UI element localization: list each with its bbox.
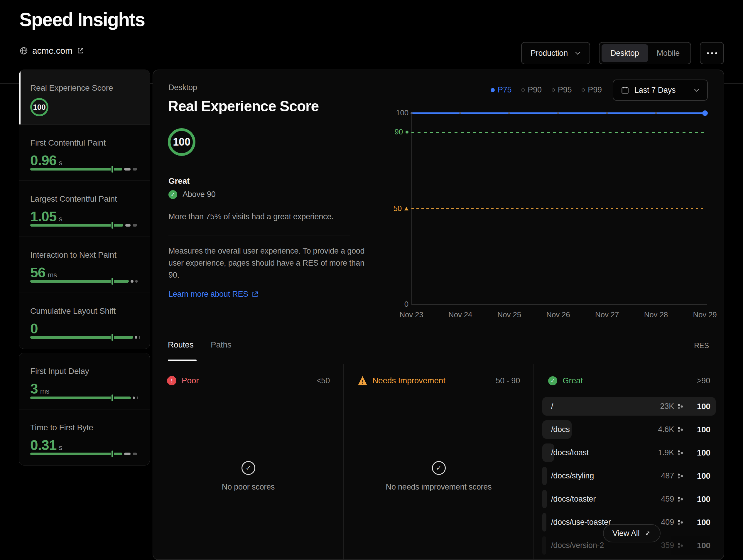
metric-unit: s — [59, 443, 62, 452]
samples-icon — [677, 496, 684, 503]
metric-distribution-bar — [30, 396, 138, 399]
metric-unit: s — [59, 215, 62, 223]
grade-detail-row: ✓ Above 90 — [168, 190, 216, 199]
metric-title: Cumulative Layout Shift — [30, 293, 138, 316]
res-score-circle: 100 — [168, 128, 195, 156]
legend-dot-icon — [582, 88, 585, 92]
device-label: Desktop — [168, 83, 197, 92]
legend-item-p99[interactable]: P99 — [582, 85, 602, 94]
empty-state-text: No poor scores — [153, 482, 343, 491]
sidebar-card-cls[interactable]: Cumulative Layout Shift 0 — [19, 293, 150, 349]
metric-unit: s — [59, 159, 62, 167]
legend-dot-icon — [491, 88, 495, 92]
tab-mobile[interactable]: Mobile — [648, 44, 689, 62]
sidebar-card-res[interactable]: Real Experience Score 100 — [19, 70, 150, 124]
header-controls: Production Desktop Mobile — [521, 42, 724, 64]
tab-desktop[interactable]: Desktop — [602, 44, 648, 62]
metric-unit: ms — [48, 271, 57, 279]
data-point — [655, 112, 657, 114]
p75-tick — [112, 166, 113, 173]
bucket-range: >90 — [697, 376, 710, 385]
x-tick: Nov 24 — [443, 310, 478, 319]
metric-value: 1.05 — [30, 208, 56, 224]
description-text: Measures the overall user experience. To… — [168, 245, 368, 281]
sidebar-card-ttfb[interactable]: Time to First Byte 0.31s — [19, 409, 150, 465]
threshold-triangle-icon — [404, 207, 408, 210]
sidebar-card-fid[interactable]: First Input Delay 3ms — [19, 353, 150, 409]
more-menu-button[interactable] — [700, 42, 724, 64]
route-row[interactable]: /docs4.6K100 — [542, 418, 716, 441]
empty-state: ✓ No poor scores — [153, 461, 343, 491]
tab-routes[interactable]: Routes — [168, 340, 194, 350]
samples-icon — [677, 473, 684, 479]
view-all-button[interactable]: View All — [603, 524, 661, 543]
y-tick-90: 90 — [383, 127, 408, 136]
chevron-down-icon — [575, 51, 581, 55]
route-row[interactable]: /docs/styling487100 — [542, 464, 716, 487]
y-tick-100: 100 — [383, 108, 408, 117]
sidebar-card-lcp[interactable]: Largest Contentful Paint 1.05s — [19, 180, 150, 236]
domain-link[interactable]: acme.com — [19, 46, 84, 56]
legend-item-p95[interactable]: P95 — [552, 85, 572, 94]
bucket-label: Poor — [182, 376, 311, 385]
metric-title: Real Experience Score — [30, 70, 138, 93]
environment-select[interactable]: Production — [521, 42, 590, 64]
percentile-legend: P75 P90 P95 P99 — [491, 85, 602, 94]
bucket-range: 50 - 90 — [496, 376, 520, 385]
check-circle-outline-icon: ✓ — [242, 461, 255, 475]
empty-state-text: No needs improvement scores — [344, 482, 533, 491]
domain-label: acme.com — [32, 46, 73, 56]
divider — [168, 235, 350, 235]
metric-distribution-bar — [30, 453, 138, 455]
check-circle-icon: ✓ — [548, 376, 557, 385]
check-circle-outline-icon: ✓ — [432, 461, 446, 475]
y-tick-50: 50 — [383, 204, 408, 213]
x-tick: Nov 28 — [638, 310, 673, 319]
legend-item-p90[interactable]: P90 — [521, 85, 541, 94]
p75-tick — [112, 394, 113, 401]
data-point — [606, 112, 608, 114]
tab-paths[interactable]: Paths — [211, 340, 231, 350]
metric-value: 0.31 — [30, 437, 56, 453]
p75-tick — [112, 222, 113, 229]
panel-heading: Real Experience Score — [168, 98, 319, 115]
data-point — [702, 111, 708, 116]
metrics-sidebar: Real Experience Score 100 First Contentf… — [19, 70, 150, 349]
metric-unit: ms — [40, 387, 50, 395]
external-link-icon — [251, 291, 259, 298]
metric-title: Time to First Byte — [30, 410, 138, 432]
warning-triangle-icon: ! — [358, 376, 367, 385]
empty-state: ✓ No needs improvement scores — [344, 461, 533, 491]
route-row[interactable]: /docs/toast1.9K100 — [542, 441, 716, 464]
sidebar-card-fcp[interactable]: First Contentful Paint 0.96s — [19, 124, 150, 180]
calendar-icon — [621, 86, 629, 94]
metric-title: First Contentful Paint — [30, 125, 138, 147]
sidebar-card-inp[interactable]: Interaction to Next Paint 56ms — [19, 236, 150, 293]
metric-distribution-bar — [30, 168, 138, 171]
p75-tick — [112, 334, 113, 341]
metric-title: Interaction to Next Paint — [30, 237, 138, 260]
bucket-label: Great — [563, 376, 692, 385]
learn-more-link[interactable]: Learn more about RES — [168, 290, 259, 299]
summary-text: More than 75% of visits had a great expe… — [168, 212, 362, 221]
date-range-select[interactable]: Last 7 Days — [613, 80, 708, 101]
res-column-label: RES — [694, 341, 709, 350]
legend-item-p75[interactable]: P75 — [491, 85, 512, 94]
check-circle-icon: ✓ — [168, 190, 177, 199]
x-tick: Nov 29 — [687, 310, 723, 319]
metric-title: Largest Contentful Paint — [30, 181, 138, 204]
threshold-dot-icon — [405, 131, 408, 134]
res-trend-chart: 100 90 50 0 Nov 23 Nov 24 Nov 25 Nov 26 … — [411, 113, 705, 304]
active-indicator — [19, 70, 20, 124]
octagon-exclamation-icon: ! — [167, 376, 176, 385]
metric-value: 56 — [30, 264, 45, 281]
res-score-badge: 100 — [30, 98, 48, 116]
metric-value: 0 — [30, 320, 38, 337]
p75-tick — [112, 278, 113, 285]
route-row[interactable]: /docs/toaster459100 — [542, 487, 716, 511]
p75-tick — [112, 450, 113, 457]
data-point — [459, 112, 461, 114]
bucket-needs-improvement: ! Needs Improvement 50 - 90 ✓ No needs i… — [343, 364, 533, 559]
y-tick-0: 0 — [383, 300, 408, 309]
route-row[interactable]: /23K100 — [542, 395, 716, 418]
